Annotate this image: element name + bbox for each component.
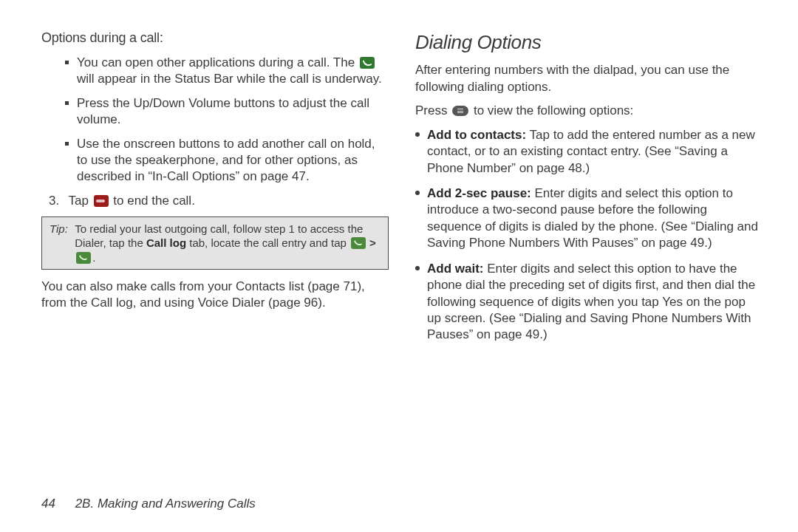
- two-column-layout: Options during a call: You can open othe…: [41, 30, 763, 482]
- section-title: 2B. Making and Answering Calls: [75, 497, 256, 511]
- closing-paragraph: You can also make calls from your Contac…: [41, 279, 389, 312]
- text: tab, locate the call entry and tap: [186, 236, 349, 249]
- text: You can open other applications during a…: [77, 55, 358, 69]
- list-item: Use the onscreen buttons to add another …: [65, 136, 389, 185]
- option-title: Add wait:: [427, 262, 484, 276]
- dial-icon: [351, 237, 366, 249]
- call-log-label: Call log: [146, 236, 186, 249]
- tip-box: Tip: To redial your last outgoing call, …: [41, 216, 389, 270]
- manual-page: Options during a call: You can open othe…: [0, 0, 798, 532]
- press-menu-line: Press to view the following options:: [415, 103, 763, 119]
- text: Press: [415, 103, 451, 117]
- chevron-right-icon: >: [369, 236, 376, 250]
- call-options-list: You can open other applications during a…: [41, 55, 389, 185]
- page-footer: 44 2B. Making and Answering Calls: [41, 497, 763, 511]
- right-column: Dialing Options After entering numbers w…: [415, 30, 763, 482]
- list-item: Press the Up/Down Volume buttons to adju…: [65, 95, 389, 129]
- dialing-options-heading: Dialing Options: [415, 30, 763, 55]
- options-during-call-heading: Options during a call:: [41, 30, 389, 47]
- text: Tap: [68, 194, 92, 208]
- list-item: Add wait: Enter digits and select this o…: [415, 261, 763, 344]
- phone-call-icon: [360, 57, 375, 69]
- left-column: Options during a call: You can open othe…: [41, 30, 389, 482]
- step-number: 3.: [49, 193, 65, 209]
- text: to view the following options:: [470, 103, 633, 117]
- dialing-options-list: Add to contacts: Tap to add the entered …: [415, 127, 763, 344]
- dial-icon: [76, 252, 91, 264]
- option-title: Add 2-sec pause:: [427, 186, 531, 200]
- page-number: 44: [41, 497, 55, 511]
- text: .: [92, 251, 95, 264]
- list-item: Add 2-sec pause: Enter digits and select…: [415, 185, 763, 252]
- tip-body: To redial your last outgoing call, follo…: [75, 222, 379, 265]
- text: Press the Up/Down Volume buttons to adju…: [77, 96, 369, 126]
- text: to end the call.: [110, 194, 195, 208]
- text: will appear in the Status Bar while the …: [77, 72, 382, 86]
- end-call-icon: [94, 195, 109, 207]
- list-item: Add to contacts: Tap to add the entered …: [415, 127, 763, 177]
- menu-icon: [452, 106, 468, 116]
- list-item: You can open other applications during a…: [65, 55, 389, 88]
- tip-label: Tip:: [50, 222, 72, 236]
- step-3: 3. Tap to end the call.: [41, 193, 389, 209]
- option-title: Add to contacts:: [427, 128, 526, 142]
- text: Use the onscreen buttons to add another …: [77, 137, 375, 184]
- dialing-options-intro: After entering numbers with the dialpad,…: [415, 62, 763, 95]
